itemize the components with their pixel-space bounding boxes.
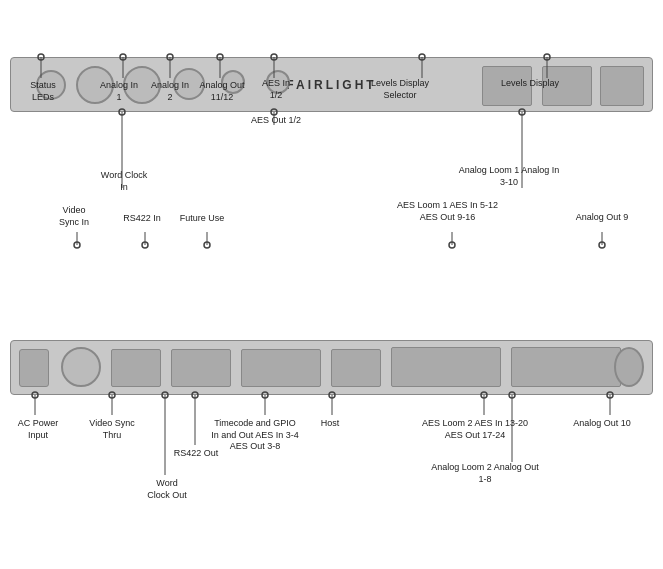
host-label: Host	[312, 418, 348, 430]
svg-point-23	[204, 242, 210, 248]
aes-loom-1-label: AES Loom 1 AES In 5-12 AES Out 9-16	[395, 200, 500, 223]
analog-out-9-label: Analog Out 9	[572, 212, 632, 224]
analog-in-2-label: Analog In 2	[148, 80, 192, 103]
analog-out-11-12-label: Analog Out 11/12	[196, 80, 248, 103]
analog-out-10-label: Analog Out 10	[572, 418, 632, 430]
levels-display-label: Levels Display	[490, 78, 570, 90]
levels-display-selector-label: Levels Display Selector	[360, 78, 440, 101]
future-use-label: Future Use	[174, 213, 230, 225]
status-leds-label: Status LEDs	[18, 80, 68, 103]
aes-loom-2-label: AES Loom 2 AES In 13-20 AES Out 17-24	[420, 418, 530, 441]
ac-power-input-label: AC Power Input	[10, 418, 66, 441]
svg-point-29	[599, 242, 605, 248]
video-sync-in-label: Video Sync In	[52, 205, 96, 228]
rs422-in-label: RS422 In	[120, 213, 164, 225]
aes-out-1-2-label: AES Out 1/2	[250, 115, 302, 127]
svg-point-19	[74, 242, 80, 248]
analog-loom-1-label: Analog Loom 1 Analog In 3-10	[454, 165, 564, 188]
analog-loom-2-label: Analog Loom 2 Analog Out 1-8	[430, 462, 540, 485]
aes-in-1-2-label: AES In 1/2	[255, 78, 297, 101]
svg-point-27	[449, 242, 455, 248]
diagram-container: FAIRLIGHT	[0, 0, 663, 569]
word-clock-out-label: Word Clock Out	[145, 478, 189, 501]
bottom-hardware-unit	[10, 340, 653, 395]
analog-in-1-label: Analog In 1	[97, 80, 141, 103]
word-clock-in-label: Word Clock In	[98, 170, 150, 193]
svg-point-21	[142, 242, 148, 248]
timecode-gpio-label: Timecode and GPIO In and Out AES In 3-4 …	[210, 418, 300, 453]
video-sync-thru-label: Video Sync Thru	[88, 418, 136, 441]
